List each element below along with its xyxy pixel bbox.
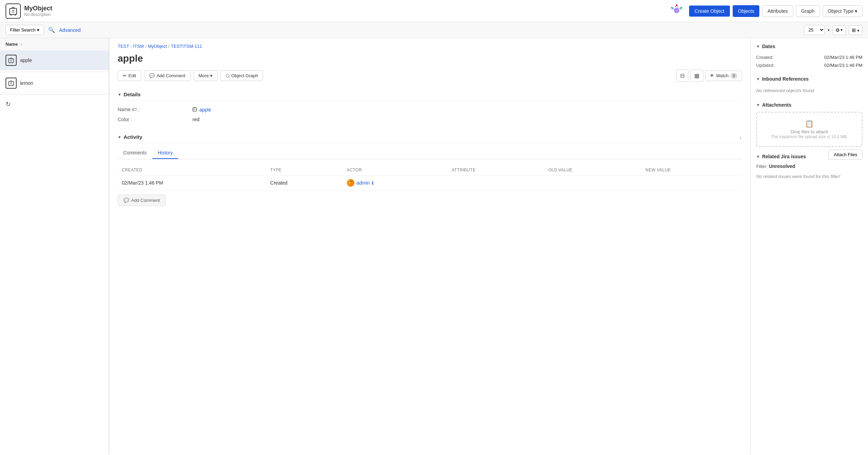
- max-size-text: The maximum file upload size is 10.0 MB.: [764, 134, 855, 139]
- breadcrumb-part1[interactable]: TEST - ITSM: [118, 44, 144, 49]
- activity-collapse-icon: ▼: [118, 135, 121, 139]
- col-attribute: Attribute: [447, 165, 544, 176]
- layout-icon-button[interactable]: ⊟: [676, 70, 688, 82]
- page-title: apple: [118, 53, 742, 64]
- details-section: ▼ Details Name 🏷 :: [118, 89, 742, 124]
- search-button[interactable]: 🔍: [47, 25, 56, 35]
- svg-point-1: [674, 8, 679, 13]
- inbound-references-header[interactable]: ▼ Inbound References: [756, 76, 862, 82]
- toolbar-right: 25 50 100 ▾ ⚙ ▾ ⊞ ▾: [804, 25, 862, 35]
- refresh-button[interactable]: ↻: [0, 96, 109, 112]
- row-old-value: [544, 176, 641, 190]
- breadcrumb: TEST - ITSM / MyObject / TESTITSM-111: [118, 44, 742, 49]
- jira-filter-label: Filter:: [756, 164, 768, 169]
- attachments-collapse-icon: ▼: [756, 103, 760, 107]
- grid-view-icon: ⊞: [852, 27, 856, 33]
- inbound-references-title: Inbound References: [762, 76, 809, 82]
- add-comment-bottom-button[interactable]: 💬 Add Comment: [118, 195, 166, 206]
- col-old-value: Old value: [544, 165, 641, 176]
- drop-zone[interactable]: 📋 Drop files to attach The maximum file …: [756, 112, 862, 147]
- create-object-button[interactable]: Create Object: [689, 6, 730, 17]
- action-bar-right: ⊟ ▦ 👁 Watch 0: [676, 70, 742, 82]
- advanced-link[interactable]: Advanced: [59, 27, 81, 33]
- eye-icon: 👁: [710, 73, 714, 78]
- col-actor: Actor: [343, 165, 447, 176]
- updated-value: 02/Mar/23 1:46 PM: [824, 63, 862, 68]
- svg-rect-7: [193, 108, 197, 111]
- svg-point-4: [681, 7, 682, 8]
- name-label: Name 🏷 :: [118, 107, 187, 112]
- breadcrumb-part2[interactable]: MyObject: [148, 44, 167, 49]
- logo-area: MyObject No description: [6, 3, 52, 19]
- filter-search-button[interactable]: Filter Search ▾: [6, 25, 44, 35]
- details-collapse-icon: ▼: [118, 92, 121, 97]
- attach-icon: 📋: [764, 119, 855, 128]
- related-jira-title: Related Jira issues: [762, 154, 806, 159]
- object-graph-button[interactable]: ⬡ Object Graph: [220, 70, 263, 81]
- tag-icon: 🏷: [132, 107, 137, 112]
- app-title: MyObject: [24, 5, 52, 12]
- edit-button[interactable]: ✏ Edit: [118, 70, 141, 81]
- sidebar-item-lemon[interactable]: lemon: [0, 73, 109, 93]
- qr-code-button[interactable]: ▦: [690, 70, 703, 82]
- dates-section-header[interactable]: ▼ Dates: [756, 44, 862, 49]
- updated-field-row: Updated: 02/Mar/23 1:46 PM: [756, 61, 862, 69]
- tab-comments[interactable]: Comments: [118, 147, 152, 159]
- breadcrumb-sep2: /: [168, 44, 170, 49]
- col-type: Type: [266, 165, 343, 176]
- actor-link[interactable]: admin: [356, 180, 370, 186]
- comment-bottom-icon: 💬: [124, 198, 129, 203]
- svg-point-2: [676, 4, 677, 6]
- header-icon: [670, 4, 684, 18]
- layout-icon: ⊟: [680, 73, 685, 79]
- page-size-select[interactable]: 25 50 100: [804, 25, 825, 35]
- toolbar: Filter Search ▾ 🔍 Advanced 25 50 100 ▾ ⚙…: [0, 22, 868, 38]
- info-icon[interactable]: ℹ: [372, 180, 373, 186]
- sidebar-item-apple[interactable]: apple: [0, 51, 109, 70]
- watch-count-badge: 0: [730, 73, 738, 79]
- drop-text: Drop files to attach: [764, 129, 855, 134]
- row-created: 02/Mar/23 1:46 PM: [118, 176, 266, 190]
- details-title: Details: [124, 91, 141, 97]
- row-type: Created: [266, 176, 343, 190]
- watch-button[interactable]: 👁 Watch 0: [705, 71, 742, 81]
- name-link[interactable]: apple: [192, 107, 211, 113]
- comment-icon: 💬: [149, 73, 155, 78]
- actor-cell: 🍊 admin ℹ: [347, 179, 443, 187]
- more-button[interactable]: More ▾: [193, 70, 218, 81]
- activity-scroll-down-icon[interactable]: ↓: [740, 134, 742, 140]
- main-content: TEST - ITSM / MyObject / TESTITSM-111 ap…: [109, 38, 750, 454]
- sidebar-header: Name ↑: [0, 38, 109, 51]
- nav-graph-button[interactable]: Graph: [796, 5, 820, 17]
- graph-icon: ⬡: [226, 73, 229, 78]
- add-comment-button[interactable]: 💬 Add Comment: [144, 70, 190, 81]
- sort-asc-icon: ↑: [20, 42, 22, 46]
- color-field-row: Color : red: [118, 115, 742, 124]
- app-subtitle: No description: [24, 12, 52, 17]
- nav-objects-button[interactable]: Objects: [733, 5, 759, 17]
- jira-filter-row: Filter: Unresolved: [756, 163, 862, 169]
- view-toggle-button[interactable]: ⊞ ▾: [849, 25, 862, 35]
- dates-title: Dates: [762, 44, 775, 49]
- tab-history[interactable]: History: [152, 147, 179, 159]
- actor-avatar: 🍊: [347, 179, 354, 187]
- page-size-chevron: ▾: [828, 28, 830, 33]
- chevron-down-icon: ▾: [855, 8, 857, 14]
- dates-collapse-icon: ▼: [756, 44, 760, 48]
- attach-files-button[interactable]: Attach Files: [829, 150, 862, 160]
- breadcrumb-part3[interactable]: TESTITSM-111: [171, 44, 202, 49]
- related-jira-header[interactable]: ▼ Related Jira issues: [756, 154, 829, 159]
- right-panel: ▼ Dates Created: 02/Mar/23 1:46 PM Updat…: [750, 38, 868, 454]
- color-label: Color :: [118, 117, 187, 122]
- settings-button[interactable]: ⚙ ▾: [832, 25, 846, 35]
- attachments-header[interactable]: ▼ Attachments: [756, 102, 862, 108]
- header-actions: Create Object Objects Attributes Graph O…: [670, 4, 862, 18]
- nav-object-type-button[interactable]: Object Type ▾: [823, 5, 862, 17]
- lemon-icon: [6, 78, 17, 89]
- nav-attributes-button[interactable]: Attributes: [762, 5, 793, 17]
- dates-section: ▼ Dates Created: 02/Mar/23 1:46 PM Updat…: [756, 44, 862, 69]
- activity-section-header[interactable]: ▼ Activity ↓: [118, 131, 742, 143]
- gear-icon: ⚙: [835, 27, 840, 33]
- dropdown-icon: ▾: [37, 27, 39, 33]
- details-section-header[interactable]: ▼ Details: [118, 89, 742, 100]
